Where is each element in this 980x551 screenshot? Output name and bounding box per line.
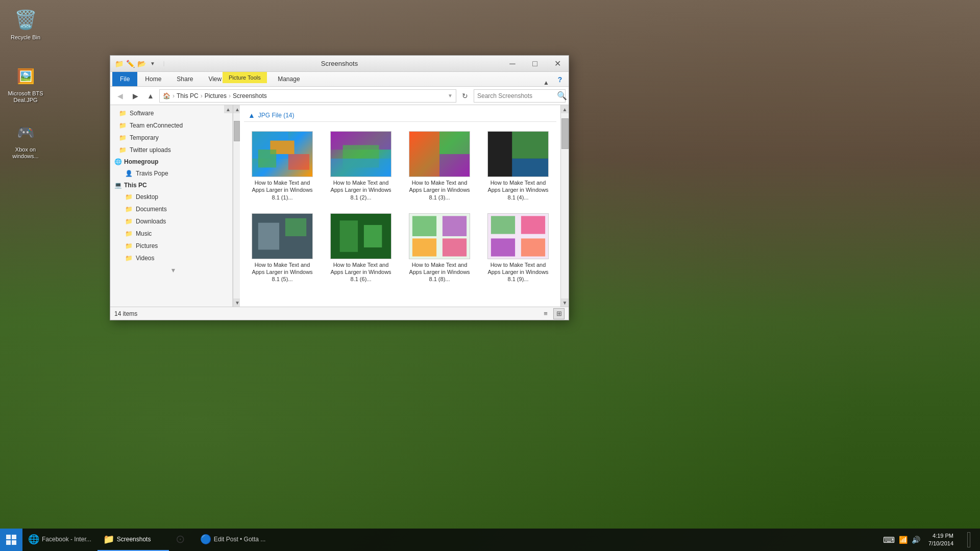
forward-button[interactable]: ▶: [129, 89, 142, 103]
sidebar-item-music[interactable]: 📁 Music: [110, 228, 232, 240]
file-area-scroll[interactable]: ▲ JPG File (14): [240, 105, 560, 307]
start-button[interactable]: [0, 529, 22, 551]
taskbar-item-chrome[interactable]: 🔵 Edit Post • Gotta ...: [194, 529, 272, 551]
sidebar-label-twitter: Twitter uploads: [130, 146, 171, 154]
file-scrollbar-up[interactable]: ▲: [561, 105, 569, 113]
path-this-pc[interactable]: This PC: [177, 92, 199, 99]
file-scrollbar-thumb[interactable]: [561, 118, 569, 149]
sidebar-scrollbar-thumb[interactable]: [234, 121, 240, 141]
file-name-3: How to Make Text and Apps Larger in Wind…: [409, 179, 470, 201]
help-button[interactable]: ?: [553, 73, 567, 86]
qat-folder-icon[interactable]: 📁: [114, 59, 124, 68]
path-pictures[interactable]: Pictures: [205, 92, 227, 99]
qat-folder2-icon[interactable]: 📂: [137, 59, 146, 68]
show-desktop-indicator: [967, 532, 970, 547]
chrome-icon: 🔵: [201, 534, 211, 544]
sidebar-item-software[interactable]: 📁 Software: [110, 107, 232, 119]
show-desktop-button[interactable]: [958, 529, 980, 551]
file-item-2[interactable]: How to Make Text and Apps Larger in Wind…: [325, 128, 397, 204]
tab-home[interactable]: Home: [137, 72, 169, 86]
xbox-icon: 🎮: [13, 120, 38, 144]
network-icon[interactable]: 📶: [899, 536, 908, 544]
sidebar-item-twitter[interactable]: 📁 Twitter uploads: [110, 144, 232, 156]
sidebar-label-documents: Documents: [136, 206, 167, 213]
homegroup-header[interactable]: 🌐 Homegroup: [110, 156, 232, 167]
maximize-button[interactable]: □: [524, 56, 546, 72]
file-name-5: How to Make Text and Apps Larger in Wind…: [252, 261, 313, 283]
taskbar: 🌐 Facebook - Inter... 📁 Screenshots ⊙ 🔵 …: [0, 529, 980, 551]
file-scrollbar-down[interactable]: ▼: [561, 298, 569, 307]
cortana-icon: ⊙: [175, 534, 185, 544]
tab-file[interactable]: File: [112, 72, 137, 86]
refresh-button[interactable]: ↻: [458, 89, 472, 103]
file-item-8[interactable]: How to Make Text and Apps Larger in Wind…: [482, 210, 554, 286]
ribbon-chevron[interactable]: ▲: [543, 79, 553, 86]
file-item-1[interactable]: How to Make Text and Apps Larger in Wind…: [246, 128, 318, 204]
taskbar-item-facebook[interactable]: 🌐 Facebook - Inter...: [22, 529, 97, 551]
sidebar-item-documents[interactable]: 📁 Documents: [110, 203, 232, 215]
tab-manage[interactable]: Manage: [270, 72, 307, 86]
taskbar-item-screenshots[interactable]: 📁 Screenshots: [97, 529, 169, 551]
minimize-button[interactable]: ─: [501, 56, 524, 72]
window-controls: ─ □ ✕: [501, 56, 569, 72]
details-view-button[interactable]: ≡: [540, 308, 551, 319]
svg-rect-2: [258, 149, 276, 167]
status-bar: 14 items ≡ ⊞: [110, 307, 569, 320]
group-label: JPG File (14): [258, 112, 295, 119]
sidebar-item-desktop[interactable]: 📁 Desktop: [110, 191, 232, 203]
thumb-svg-5: [252, 214, 312, 259]
qat-dropdown-icon[interactable]: ▼: [148, 59, 157, 68]
file-item-4[interactable]: How to Make Text and Apps Larger in Wind…: [482, 128, 554, 204]
svg-rect-6: [331, 159, 391, 177]
file-name-6: How to Make Text and Apps Larger in Wind…: [330, 261, 391, 283]
sidebar-item-pictures[interactable]: 📁 Pictures: [110, 240, 232, 252]
file-thumbnail-4: [487, 131, 549, 177]
qat-pencil-icon[interactable]: ✏️: [126, 59, 135, 68]
desktop-icon-recycle-bin[interactable]: 🗑️ Recycle Bin: [5, 8, 46, 41]
this-pc-header[interactable]: 💻 This PC: [110, 180, 232, 191]
file-item-7[interactable]: How to Make Text and Apps Larger in Wind…: [403, 210, 476, 286]
tiles-view-button[interactable]: ⊞: [553, 308, 565, 319]
close-button[interactable]: ✕: [546, 56, 569, 72]
sidebar-item-temporary[interactable]: 📁 Temporary: [110, 132, 232, 144]
svg-rect-21: [443, 216, 467, 236]
up-button[interactable]: ▲: [144, 89, 157, 103]
address-dropdown-icon[interactable]: ▼: [448, 93, 453, 98]
search-icon[interactable]: 🔍: [557, 90, 567, 102]
file-thumbnail-5: [252, 213, 313, 259]
folder-icon-software: 📁: [118, 109, 127, 117]
search-input[interactable]: [474, 92, 557, 99]
file-item-3[interactable]: How to Make Text and Apps Larger in Wind…: [403, 128, 476, 204]
folder-icon-team: 📁: [118, 121, 127, 130]
address-path[interactable]: 🏠 › This PC › Pictures › Screenshots ▼: [159, 89, 456, 103]
path-screenshots[interactable]: Screenshots: [233, 92, 267, 99]
file-area-scrollbar: ▲ ▼: [560, 105, 569, 307]
file-name-8: How to Make Text and Apps Larger in Wind…: [487, 261, 549, 283]
picture-tools-label: Picture Tools: [223, 72, 267, 83]
sidebar-item-team[interactable]: 📁 Team enConnected: [110, 119, 232, 132]
file-group-header: ▲ JPG File (14): [244, 109, 556, 122]
file-item-6[interactable]: How to Make Text and Apps Larger in Wind…: [325, 210, 397, 286]
desktop-icon-bts[interactable]: 🖼️ Microsoft BTS Deal.JPG: [5, 64, 46, 104]
svg-rect-18: [364, 225, 382, 247]
taskbar-clock[interactable]: 4:19 PM 7/10/2014: [924, 532, 958, 548]
sidebar-scroll-up[interactable]: ▲: [224, 105, 232, 113]
thumb-svg-6: [331, 214, 391, 259]
sidebar-item-downloads[interactable]: 📁 Downloads: [110, 215, 232, 228]
folder-icon-pictures: 📁: [125, 242, 133, 250]
tab-share[interactable]: Share: [169, 72, 201, 86]
svg-rect-22: [412, 238, 436, 256]
back-button[interactable]: ◀: [113, 89, 127, 103]
recycle-bin-icon: 🗑️: [13, 8, 38, 32]
homegroup-icon: 🌐: [114, 158, 122, 165]
volume-icon[interactable]: 🔊: [912, 536, 920, 544]
group-collapse-icon[interactable]: ▲: [248, 111, 255, 119]
sidebar-item-videos[interactable]: 📁 Videos: [110, 252, 232, 264]
sidebar-item-travis[interactable]: 👤 Travis Pope: [110, 167, 232, 180]
keyboard-icon[interactable]: ⌨: [883, 535, 895, 545]
thumb-svg-2: [331, 132, 391, 177]
desktop-icon-xbox[interactable]: 🎮 Xbox on windows...: [5, 120, 46, 160]
file-item-5[interactable]: How to Make Text and Apps Larger in Wind…: [246, 210, 318, 286]
taskbar-item-cortana[interactable]: ⊙: [169, 529, 194, 551]
sidebar-scroll-indicator[interactable]: ▼: [110, 264, 232, 277]
